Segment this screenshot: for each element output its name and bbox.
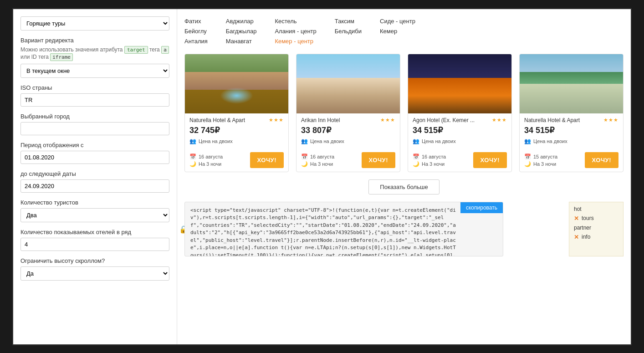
hotel-info-2: Arikan Inn Hotel ★★★ 33 807₽ 👥 Цена на д… (296, 113, 400, 149)
hotel-detail-row-3-a: 👥 Цена на двоих (413, 138, 507, 144)
loc-1-line-2: Бейоглу (184, 26, 208, 36)
tag-iframe: iframe (50, 53, 73, 61)
calendar-icon-3: 📅 (413, 153, 419, 160)
hotel-date-row-4: 📅 15 августа (524, 153, 557, 160)
hotel-nights-row-3: 🌙 На 3 ночи (413, 161, 446, 167)
hotel-info-1: Naturella Hotel & Apart ★★★ 32 745₽ 👥 Це… (185, 113, 288, 149)
redirect-select[interactable]: В текущем окне (20, 64, 169, 78)
loc-1-line-1: Фатих (184, 16, 208, 26)
hotel-price-label-1: Цена на двоих (199, 138, 233, 144)
hotel-name-row-1: Naturella Hotel & Apart ★★★ (189, 117, 284, 123)
hotel-name-2: Arikan Inn Hotel (301, 117, 378, 123)
location-col-5: Сиде - центр Кемер (380, 16, 415, 46)
x-icon-tours[interactable]: ✕ (574, 215, 579, 222)
city-label: Выбранный город (20, 113, 169, 120)
scroll-limit-group: Ограничить высоту скроллом? Да (20, 257, 169, 281)
hotel-price-4: 34 515₽ (524, 125, 618, 135)
side-item-hot-text: hot (574, 206, 582, 212)
period-to-group: до следующей даты (20, 170, 169, 193)
hotel-name-row-4: Naturella Hotel & Apart ★★★ (524, 117, 618, 123)
hotel-nights-3: На 3 ночи (422, 161, 445, 167)
loc-4-line-1: Таксим (335, 16, 362, 26)
hotel-image-3 (408, 54, 511, 113)
iso-input[interactable] (20, 93, 169, 107)
side-item-hot: hot (574, 206, 618, 212)
side-item-partner-text: partner (574, 225, 591, 231)
side-panel: hot ✕ tours partner ✕ info (569, 202, 624, 256)
loc-3-line-2: Алания - центр (275, 26, 316, 36)
show-more-button[interactable]: Показать больше (368, 179, 439, 194)
tourists-select[interactable]: Два (20, 208, 169, 222)
people-icon-3: 👥 (413, 138, 419, 144)
hotel-bottom-1: 📅 16 августа 🌙 На 3 ночи ХОЧУ! (185, 149, 288, 172)
tourists-group: Количество туристов Два (20, 199, 169, 222)
side-item-tours-text: tours (582, 215, 594, 221)
city-input[interactable] (20, 122, 169, 135)
hotels-per-row-label: Количество показываемых отелей в ряд (20, 229, 169, 235)
period-from-input[interactable] (20, 151, 169, 164)
hotel-name-row-3: Agon Hotel (Ex. Kemer ... ★★★ (413, 117, 507, 123)
tour-type-select[interactable]: Горящие туры (20, 16, 169, 31)
loc-5-line-2: Кемер (380, 26, 415, 36)
code-content: <script type="text/javascript" charset="… (190, 207, 497, 256)
hotel-bottom-2: 📅 16 августа 🌙 На 3 ночи ХОЧУ! (296, 149, 400, 172)
scroll-limit-select[interactable]: Да (20, 266, 169, 281)
hotel-date-row-1: 📅 16 августа (189, 153, 223, 160)
hotel-image-2 (296, 54, 400, 113)
hotel-price-label-2: Цена на двоих (310, 138, 344, 144)
hotels-per-row-input[interactable] (20, 238, 169, 251)
hotel-name-3: Agon Hotel (Ex. Kemer ... (413, 117, 489, 123)
hotel-date-1: 16 августа (199, 154, 223, 159)
hotel-nights-row-1: 🌙 На 3 ночи (189, 161, 223, 167)
hotels-per-row-group: Количество показываемых отелей в ряд (20, 229, 169, 251)
location-col-4: Таксим Бельдиби (335, 16, 362, 46)
hotel-dates-3: 📅 16 августа 🌙 На 3 ночи (413, 153, 446, 168)
period-to-input[interactable] (20, 179, 169, 193)
hotel-date-3: 16 августа (422, 154, 446, 159)
hotel-card-4: Naturella Hotel & Apart ★★★ 34 515₽ 👥 Це… (519, 54, 624, 172)
sidebar: Горящие туры Вариант редиректа Можно исп… (13, 9, 177, 344)
people-icon-4: 👥 (524, 138, 531, 144)
loc-2-line-3: Манавгат (226, 36, 257, 46)
tour-type-group: Горящие туры (20, 16, 169, 31)
hotel-card-1: Naturella Hotel & Apart ★★★ 32 745₽ 👥 Це… (184, 54, 289, 172)
moon-icon-1: 🌙 (189, 161, 196, 167)
city-group: Выбранный город (20, 113, 169, 135)
want-button-3[interactable]: ХОЧУ! (473, 152, 507, 168)
hotel-info-3: Agon Hotel (Ex. Kemer ... ★★★ 34 515₽ 👥 … (408, 113, 511, 149)
hotel-date-2: 16 августа (310, 154, 334, 159)
hotel-price-label-4: Цена на двоих (533, 138, 567, 144)
hotel-nights-row-4: 🌙 На 3 ночи (524, 161, 557, 167)
moon-icon-3: 🌙 (413, 161, 419, 167)
hotel-card-2: Arikan Inn Hotel ★★★ 33 807₽ 👥 Цена на д… (296, 54, 400, 172)
copy-button[interactable]: скопировать (460, 202, 503, 213)
tag-target: target (124, 46, 148, 54)
code-wrapper: скопировать <script type="text/javascrip… (184, 202, 562, 256)
want-button-2[interactable]: ХОЧУ! (362, 152, 396, 168)
tourists-label: Количество туристов (20, 199, 169, 206)
hotel-bottom-3: 📅 16 августа 🌙 На 3 ночи ХОЧУ! (408, 149, 511, 172)
loc-3-line-3[interactable]: Кемер - центр (275, 36, 316, 46)
calendar-icon-4: 📅 (524, 153, 531, 160)
x-icon-info[interactable]: ✕ (574, 234, 579, 240)
hotel-nights-2: На 3 ночи (310, 161, 333, 167)
period-from-group: Период отображения с (20, 142, 169, 164)
redirect-desc-text2: тега (149, 46, 160, 53)
moon-icon-2: 🌙 (301, 161, 308, 167)
calendar-icon-2: 📅 (301, 153, 308, 160)
hotel-price-3: 34 515₽ (413, 125, 507, 135)
show-more-row: Показать больше (184, 179, 624, 194)
hotel-nights-4: На 3 ночи (533, 161, 556, 167)
iso-label: ISO страны (20, 84, 169, 91)
side-item-tours: ✕ tours (574, 215, 618, 222)
scroll-limit-label: Ограничить высоту скроллом? (20, 257, 169, 264)
hotel-stars-1: ★★★ (269, 117, 284, 123)
want-button-1[interactable]: ХОЧУ! (250, 152, 284, 168)
hotel-price-label-3: Цена на двоих (422, 138, 456, 144)
hotel-name-row-2: Arikan Inn Hotel ★★★ (301, 117, 395, 123)
main-container: Горящие туры Вариант редиректа Можно исп… (12, 8, 632, 345)
hotel-info-4: Naturella Hotel & Apart ★★★ 34 515₽ 👥 Це… (520, 113, 623, 149)
want-button-4[interactable]: ХОЧУ! (585, 152, 619, 168)
tag-a: a (161, 46, 169, 54)
side-item-info: ✕ info (574, 234, 618, 240)
